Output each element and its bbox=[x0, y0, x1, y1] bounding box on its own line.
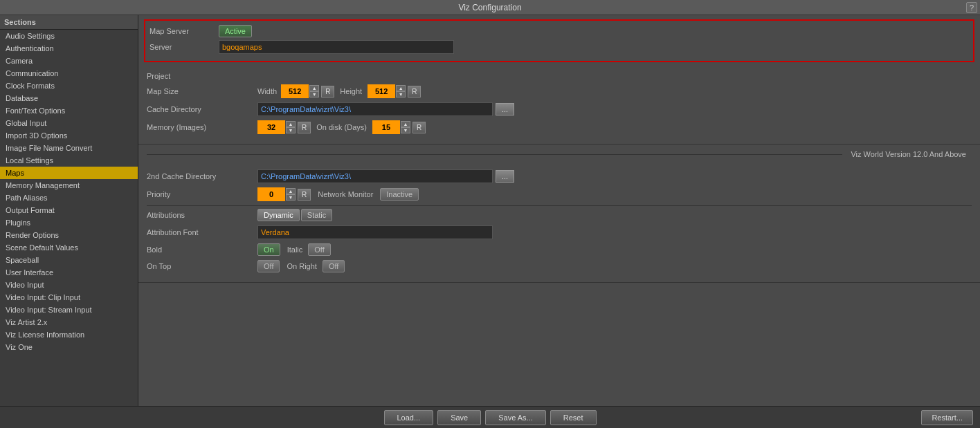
sidebar-item-viz-license-info[interactable]: Viz License Information bbox=[0, 328, 138, 341]
attributions-row: Attributions Dynamic Static bbox=[147, 209, 972, 221]
sidebar-item-import-3d-options[interactable]: Import 3D Options bbox=[0, 129, 138, 142]
bold-on-button[interactable]: On bbox=[257, 243, 280, 256]
sidebar-item-database[interactable]: Database bbox=[0, 92, 138, 104]
on-disk-input[interactable] bbox=[372, 120, 400, 134]
memory-label: Memory (Images) bbox=[147, 123, 257, 131]
height-up-spinner[interactable]: ▲ bbox=[396, 85, 406, 91]
separator bbox=[147, 205, 972, 206]
on-disk-label: On disk (Days) bbox=[316, 123, 367, 131]
attribution-font-input[interactable] bbox=[257, 225, 493, 239]
sidebar-item-render-options[interactable]: Render Options bbox=[0, 229, 138, 241]
bottom-toolbar: Load... Save Save As... Reset Restart... bbox=[0, 406, 980, 428]
map-size-label: Map Size bbox=[147, 87, 257, 95]
priority-input[interactable] bbox=[257, 187, 285, 201]
priority-up-spinner[interactable]: ▲ bbox=[286, 188, 296, 194]
sidebar-item-path-aliases[interactable]: Path Aliases bbox=[0, 192, 138, 204]
height-label: Height bbox=[340, 87, 362, 95]
map-server-label: Map Server bbox=[149, 27, 219, 35]
sidebar-item-memory-management[interactable]: Memory Management bbox=[0, 179, 138, 192]
priority-reset-button[interactable]: R bbox=[298, 189, 311, 201]
sidebar-item-maps[interactable]: Maps bbox=[0, 167, 138, 179]
height-spinners: ▲ ▼ bbox=[396, 85, 406, 97]
server-label: Server bbox=[149, 43, 219, 51]
width-spinners: ▲ ▼ bbox=[309, 85, 319, 97]
width-field: ▲ ▼ R bbox=[281, 84, 334, 98]
network-monitor-button[interactable]: Inactive bbox=[380, 188, 419, 201]
on-disk-down-spinner[interactable]: ▼ bbox=[401, 127, 410, 133]
sidebar-item-user-interface[interactable]: User Interface bbox=[0, 266, 138, 279]
cache-dir-input[interactable] bbox=[257, 102, 493, 116]
attribution-font-label: Attribution Font bbox=[147, 228, 257, 236]
sidebar-item-communication[interactable]: Communication bbox=[0, 67, 138, 80]
cache-dir2-browse-button[interactable]: ... bbox=[496, 170, 514, 183]
content-area: Map Server Active Server Project Map Siz… bbox=[138, 15, 980, 406]
bold-row: Bold On Italic Off bbox=[147, 243, 972, 256]
bold-label: Bold bbox=[147, 245, 257, 254]
save-as-button[interactable]: Save As... bbox=[485, 410, 546, 425]
sidebar-item-spaceball[interactable]: Spaceball bbox=[0, 254, 138, 266]
sidebar-item-audio-settings[interactable]: Audio Settings bbox=[0, 30, 138, 42]
priority-row: Priority ▲ ▼ R Network Monitor Inactive bbox=[147, 187, 972, 201]
memory-reset-button[interactable]: R bbox=[298, 122, 311, 133]
sidebar-item-camera[interactable]: Camera bbox=[0, 55, 138, 67]
height-down-spinner[interactable]: ▼ bbox=[396, 91, 406, 97]
width-label: Width bbox=[257, 87, 277, 95]
server-input[interactable] bbox=[219, 40, 454, 54]
sidebar-item-viz-artist-2x[interactable]: Viz Artist 2.x bbox=[0, 316, 138, 328]
on-right-button[interactable]: Off bbox=[323, 260, 345, 272]
sidebar-item-local-settings[interactable]: Local Settings bbox=[0, 154, 138, 167]
restart-button[interactable]: Restart... bbox=[921, 410, 973, 425]
width-input[interactable] bbox=[281, 84, 309, 98]
memory-input[interactable] bbox=[257, 120, 285, 134]
attribution-font-row: Attribution Font bbox=[147, 225, 972, 239]
memory-up-spinner[interactable]: ▲ bbox=[286, 121, 296, 127]
network-monitor-label: Network Monitor bbox=[318, 190, 373, 198]
on-disk-reset-button[interactable]: R bbox=[412, 122, 426, 133]
main-settings-section: Project Map Size Width ▲ ▼ R Height bbox=[138, 66, 980, 145]
width-up-spinner[interactable]: ▲ bbox=[309, 85, 319, 91]
sidebar-item-scene-default-values[interactable]: Scene Default Values bbox=[0, 241, 138, 254]
sidebar-item-font-text-options[interactable]: Font/Text Options bbox=[0, 104, 138, 117]
memory-down-spinner[interactable]: ▼ bbox=[286, 127, 296, 133]
map-server-row: Map Server Active bbox=[149, 25, 969, 37]
sidebar-item-video-input[interactable]: Video Input bbox=[0, 279, 138, 291]
sidebar-item-global-input[interactable]: Global Input bbox=[0, 117, 138, 129]
on-disk-spinners: ▲ ▼ bbox=[401, 121, 410, 133]
active-button[interactable]: Active bbox=[219, 25, 252, 37]
sidebar-item-viz-one[interactable]: Viz One bbox=[0, 341, 138, 353]
sidebar-item-clock-formats[interactable]: Clock Formats bbox=[0, 80, 138, 92]
static-button[interactable]: Static bbox=[301, 209, 333, 221]
sidebar-item-output-format[interactable]: Output Format bbox=[0, 204, 138, 216]
priority-spinners: ▲ ▼ bbox=[286, 188, 296, 201]
width-reset-button[interactable]: R bbox=[321, 86, 334, 97]
height-input[interactable] bbox=[368, 84, 395, 98]
project-label: Project bbox=[147, 72, 257, 80]
sidebar-item-video-input-stream[interactable]: Video Input: Stream Input bbox=[0, 304, 138, 316]
on-disk-up-spinner[interactable]: ▲ bbox=[401, 121, 410, 127]
reset-button[interactable]: Reset bbox=[550, 410, 597, 425]
priority-down-spinner[interactable]: ▼ bbox=[286, 194, 296, 201]
sidebar-item-authentication[interactable]: Authentication bbox=[0, 42, 138, 55]
on-right-label: On Right bbox=[287, 262, 316, 270]
italic-button[interactable]: Off bbox=[308, 243, 330, 256]
sidebar-item-video-input-clip[interactable]: Video Input: Clip Input bbox=[0, 291, 138, 304]
sidebar-item-plugins[interactable]: Plugins bbox=[0, 216, 138, 229]
on-top-button[interactable]: Off bbox=[257, 260, 280, 272]
sidebar-header: Sections bbox=[0, 15, 138, 30]
save-button[interactable]: Save bbox=[437, 410, 481, 425]
height-reset-button[interactable]: R bbox=[408, 86, 421, 97]
on-top-label: On Top bbox=[147, 262, 257, 270]
viz-world-row: Viz World Version 12.0 And Above bbox=[138, 145, 980, 164]
sidebar: Sections Audio SettingsAuthenticationCam… bbox=[0, 15, 138, 406]
sidebar-item-image-file-name-convert[interactable]: Image File Name Convert bbox=[0, 142, 138, 154]
help-button[interactable]: ? bbox=[966, 2, 977, 13]
window-title: Viz Configuration bbox=[458, 3, 521, 12]
cache-dir-label: Cache Directory bbox=[147, 105, 257, 113]
cache-dir-browse-button[interactable]: ... bbox=[496, 103, 514, 115]
width-down-spinner[interactable]: ▼ bbox=[309, 91, 319, 97]
server-row: Server bbox=[149, 40, 969, 54]
load-button[interactable]: Load... bbox=[384, 410, 434, 425]
cache-dir2-input[interactable] bbox=[257, 169, 493, 183]
memory-spinners: ▲ ▼ bbox=[286, 121, 296, 133]
dynamic-button[interactable]: Dynamic bbox=[257, 209, 300, 221]
